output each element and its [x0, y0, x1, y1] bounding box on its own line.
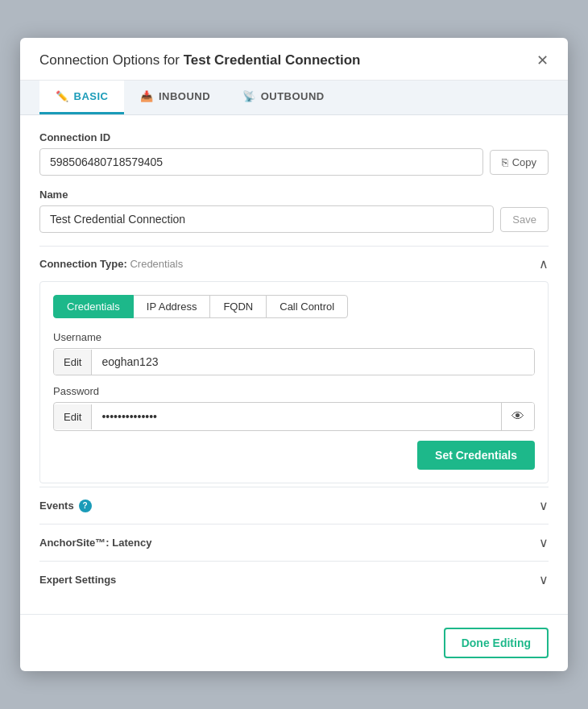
sub-tab-call-control[interactable]: Call Control [266, 295, 348, 318]
modal-header: Connection Options for Test Credential C… [20, 38, 568, 81]
title-prefix: Connection Options [39, 52, 159, 68]
sub-tab-call-control-label: Call Control [280, 301, 334, 313]
eye-icon: 👁 [511, 409, 524, 423]
tab-inbound[interactable]: 📥 INBOUND [124, 81, 226, 114]
tab-outbound-label: OUTBOUND [261, 90, 325, 102]
anchorsite-chevron-icon: ∨ [539, 535, 549, 550]
done-editing-button[interactable]: Done Editing [444, 628, 549, 658]
copy-label: Copy [512, 156, 536, 168]
events-help-icon[interactable]: ? [79, 500, 92, 512]
expert-settings-section-header[interactable]: Expert Settings ∨ [39, 561, 549, 598]
name-row: Save [39, 205, 549, 233]
modal-title: Connection Options for Test Credential C… [39, 52, 360, 68]
sub-tab-ip-address[interactable]: IP Address [133, 295, 211, 318]
copy-button[interactable]: ⎘ Copy [490, 150, 549, 175]
events-label: Events ? [39, 500, 92, 512]
tab-inbound-label: INBOUND [159, 90, 210, 102]
outbound-icon: 📡 [242, 90, 256, 102]
username-edit-button[interactable]: Edit [54, 350, 92, 375]
name-input[interactable] [39, 205, 494, 233]
copy-icon: ⎘ [502, 156, 508, 168]
password-label: Password [53, 385, 535, 397]
events-chevron-icon: ∨ [539, 498, 549, 513]
set-credentials-button[interactable]: Set Credentials [417, 441, 535, 470]
connection-type-header[interactable]: Connection Type: Credentials ∧ [39, 246, 549, 281]
expert-settings-chevron-icon: ∨ [539, 572, 549, 587]
sub-tab-fqdn-label: FQDN [223, 301, 253, 313]
name-group: Name Save [39, 189, 549, 233]
title-connection-name: Test Credential Connection [184, 52, 361, 68]
username-label: Username [53, 331, 535, 343]
connection-type-title: Connection Type: Credentials [39, 258, 183, 270]
modal-footer: Done Editing [20, 614, 568, 671]
connection-id-row: ⎘ Copy [39, 148, 549, 176]
events-section-header[interactable]: Events ? ∨ [39, 487, 549, 524]
connection-type-section: Connection Type: Credentials ∧ Credentia… [39, 246, 549, 483]
expert-settings-text: Expert Settings [39, 574, 116, 586]
anchorsite-label: AnchorSite™: Latency [39, 537, 151, 549]
modal-body: Connection ID ⎘ Copy Name Save Connectio… [20, 115, 568, 614]
events-text: Events [39, 500, 74, 512]
chevron-up-icon: ∧ [539, 256, 549, 272]
password-field-row: Edit 👁 [53, 402, 535, 431]
connection-type-value: Credentials [130, 258, 183, 270]
connection-id-input[interactable] [39, 148, 483, 176]
close-button[interactable]: ✕ [536, 53, 549, 68]
connection-type-label: Connection Type: [39, 258, 127, 270]
sub-tab-credentials-label: Credentials [67, 301, 120, 313]
username-field-row: Edit [53, 348, 535, 375]
tab-outbound[interactable]: 📡 OUTBOUND [226, 81, 341, 114]
tab-basic-label: BASIC [74, 90, 109, 102]
connection-id-group: Connection ID ⎘ Copy [39, 131, 549, 176]
sub-tab-credentials[interactable]: Credentials [53, 295, 134, 318]
connection-type-content: Credentials IP Address FQDN Call Control… [39, 281, 549, 483]
password-edit-button[interactable]: Edit [54, 404, 92, 429]
modal-container: Connection Options for Test Credential C… [20, 38, 568, 671]
anchorsite-section-header[interactable]: AnchorSite™: Latency ∨ [39, 524, 549, 561]
name-label: Name [39, 189, 549, 201]
title-for: for [164, 52, 180, 68]
connection-id-label: Connection ID [39, 131, 549, 143]
show-password-button[interactable]: 👁 [501, 403, 534, 430]
expert-settings-label: Expert Settings [39, 574, 116, 586]
sub-tab-bar: Credentials IP Address FQDN Call Control [53, 295, 535, 318]
username-input[interactable] [92, 349, 534, 375]
inbound-icon: 📥 [140, 90, 154, 102]
tab-bar: ✏️ BASIC 📥 INBOUND 📡 OUTBOUND [20, 81, 568, 115]
save-button[interactable]: Save [500, 207, 549, 232]
sub-tab-ip-address-label: IP Address [147, 301, 197, 313]
password-input[interactable] [92, 404, 501, 429]
sub-tab-fqdn[interactable]: FQDN [209, 295, 267, 318]
anchorsite-text: AnchorSite™: Latency [39, 537, 151, 549]
pencil-icon: ✏️ [56, 90, 69, 102]
tab-basic[interactable]: ✏️ BASIC [39, 81, 124, 114]
